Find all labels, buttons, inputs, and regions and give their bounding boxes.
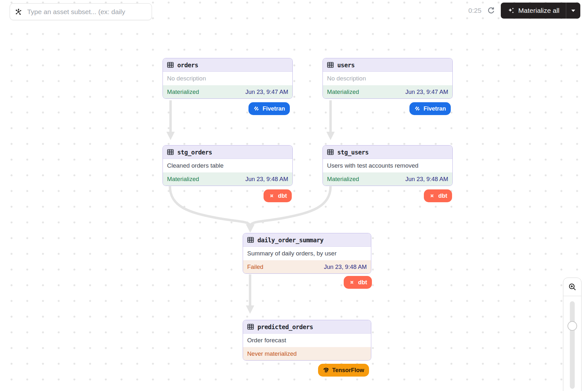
badge-label: dbt bbox=[438, 193, 447, 199]
search-input[interactable] bbox=[27, 8, 147, 16]
asset-description: No description bbox=[323, 72, 452, 85]
table-icon bbox=[167, 149, 174, 155]
asset-name: orders bbox=[177, 62, 198, 69]
badge-label: Fivetran bbox=[424, 105, 446, 112]
status-label: Materialized bbox=[327, 176, 359, 183]
asset-node-stg_users[interactable]: stg_users Users with test accounts remov… bbox=[323, 145, 453, 186]
asset-description: Order forecast bbox=[243, 334, 371, 347]
status-label: Failed bbox=[247, 263, 263, 270]
zoom-slider[interactable] bbox=[563, 296, 581, 391]
table-icon bbox=[247, 237, 254, 243]
asset-node-stg_orders[interactable]: stg_orders Cleaned orders table Material… bbox=[163, 145, 293, 186]
asset-name: daily_order_summary bbox=[257, 237, 323, 244]
table-icon bbox=[327, 149, 334, 155]
asset-name: users bbox=[337, 62, 355, 69]
zoom-in-button[interactable] bbox=[563, 278, 581, 296]
asset-status-row: Materialized Jun 23, 9:48 AM bbox=[163, 172, 292, 186]
run-timer: 0:25 bbox=[468, 7, 482, 14]
asset-node-header: predicted_orders bbox=[243, 320, 371, 334]
materialize-options-button[interactable] bbox=[566, 3, 580, 19]
asset-description: Cleaned orders table bbox=[163, 159, 292, 172]
asset-name: predicted_orders bbox=[257, 323, 313, 330]
table-icon bbox=[247, 323, 254, 330]
badge-label: dbt bbox=[358, 279, 367, 286]
status-timestamp: Jun 23, 9:47 AM bbox=[405, 88, 448, 96]
asset-description: Summary of daily orders, by user bbox=[243, 247, 371, 260]
toolbar-right: 0:25 Materialize all bbox=[468, 3, 580, 19]
fivetran-icon bbox=[414, 105, 421, 112]
status-label: Materialized bbox=[327, 88, 359, 96]
asset-status-row: Never materialized bbox=[243, 347, 371, 360]
dbt-icon bbox=[429, 193, 435, 199]
asset-node-header: daily_order_summary bbox=[243, 233, 371, 247]
zoom-slider-thumb[interactable] bbox=[567, 321, 577, 331]
dbt-badge[interactable]: dbt bbox=[424, 189, 452, 202]
status-timestamp: Jun 23, 9:48 AM bbox=[405, 176, 448, 183]
asset-node-header: orders bbox=[163, 58, 292, 72]
status-label: Materialized bbox=[167, 176, 199, 183]
asset-status-row: Materialized Jun 23, 9:47 AM bbox=[163, 85, 292, 98]
dbt-icon bbox=[349, 279, 355, 286]
fivetran-badge[interactable]: Fivetran bbox=[248, 102, 290, 115]
dbt-badge[interactable]: dbt bbox=[264, 189, 292, 202]
asset-description: Users with test accounts removed bbox=[323, 159, 452, 172]
dbt-badge[interactable]: dbt bbox=[344, 276, 372, 289]
tensorflow-icon bbox=[323, 367, 329, 373]
dbt-icon bbox=[268, 193, 275, 199]
asset-name: stg_users bbox=[337, 149, 369, 156]
asset-node-predicted_orders[interactable]: predicted_orders Order forecast Never ma… bbox=[243, 320, 371, 361]
asset-node-header: stg_users bbox=[323, 146, 452, 159]
badge-label: TensorFlow bbox=[332, 367, 364, 374]
zoom-slider-track[interactable] bbox=[570, 301, 575, 389]
fivetran-icon bbox=[253, 105, 260, 112]
asset-subset-search[interactable] bbox=[10, 3, 152, 20]
table-icon bbox=[327, 62, 334, 68]
badge-label: Fivetran bbox=[263, 105, 285, 112]
asset-lineage-canvas[interactable]: 0:25 Materialize all bbox=[0, 0, 588, 391]
zoom-panel bbox=[563, 278, 582, 391]
asset-node-daily_order_summary[interactable]: daily_order_summary Summary of daily ord… bbox=[243, 233, 371, 274]
table-icon bbox=[167, 62, 174, 68]
status-timestamp: Jun 23, 9:48 AM bbox=[324, 263, 367, 270]
asset-graph-icon bbox=[15, 8, 22, 16]
status-label: Materialized bbox=[167, 88, 199, 96]
asset-node-header: users bbox=[323, 58, 452, 72]
asset-node-orders[interactable]: orders No description Materialized Jun 2… bbox=[163, 58, 293, 99]
asset-status-row: Materialized Jun 23, 9:47 AM bbox=[323, 85, 452, 98]
sparkles-icon bbox=[507, 7, 515, 14]
asset-node-users[interactable]: users No description Materialized Jun 23… bbox=[323, 58, 453, 99]
status-timestamp: Jun 23, 9:48 AM bbox=[245, 176, 288, 183]
asset-description: No description bbox=[163, 72, 292, 85]
materialize-all-label: Materialize all bbox=[518, 7, 559, 14]
asset-name: stg_orders bbox=[177, 149, 212, 156]
materialize-all-button[interactable]: Materialize all bbox=[501, 3, 580, 19]
materialize-all-main[interactable]: Materialize all bbox=[501, 3, 566, 19]
chevron-down-icon bbox=[571, 10, 575, 12]
fivetran-badge[interactable]: Fivetran bbox=[409, 102, 451, 115]
refresh-button[interactable] bbox=[487, 6, 495, 15]
status-timestamp: Jun 23, 9:47 AM bbox=[245, 88, 288, 96]
tensorflow-badge[interactable]: TensorFlow bbox=[318, 364, 369, 377]
badge-label: dbt bbox=[278, 193, 287, 199]
asset-node-header: stg_orders bbox=[163, 146, 292, 159]
magnifier-plus-icon bbox=[568, 283, 577, 291]
status-label: Never materialized bbox=[247, 350, 297, 357]
asset-status-row: Failed Jun 23, 9:48 AM bbox=[243, 260, 371, 273]
refresh-icon bbox=[487, 6, 495, 15]
asset-status-row: Materialized Jun 23, 9:48 AM bbox=[323, 172, 452, 186]
